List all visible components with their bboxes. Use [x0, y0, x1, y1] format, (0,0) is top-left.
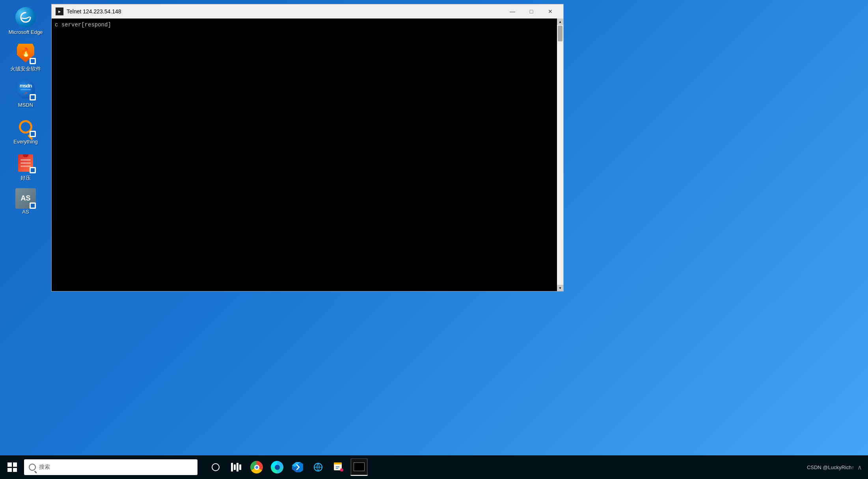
search-placeholder: 搜索	[39, 464, 50, 471]
svg-point-4	[340, 468, 343, 472]
terminal-icon	[56, 7, 63, 15]
desktop-icon-edge[interactable]: Microsoft Edge	[4, 4, 47, 39]
terminal-text: c server[respond]	[55, 22, 111, 28]
edge-label: Microsoft Edge	[9, 29, 43, 35]
snap-bar-4	[239, 464, 241, 470]
everything-label: Everything	[13, 139, 37, 145]
terminal-content[interactable]: c server[respond]	[52, 19, 563, 31]
hooya-label: 好压	[20, 175, 31, 181]
maximize-button[interactable]: □	[522, 6, 540, 17]
start-grid-cell-2	[13, 462, 17, 467]
start-grid-cell-4	[13, 468, 17, 472]
scrollbar-track	[557, 25, 563, 285]
network-icon	[312, 461, 324, 473]
desktop-icon-hooya[interactable]: 好压	[4, 150, 47, 184]
start-grid-cell-3	[7, 468, 12, 472]
network-button[interactable]	[309, 459, 327, 476]
hooya-icon-img	[15, 153, 36, 173]
360-browser-button[interactable]	[268, 459, 286, 476]
desktop-icon-everything[interactable]: Everything	[4, 113, 47, 148]
window-titlebar: Telnet 124.223.54.148 — □ ✕	[52, 4, 563, 19]
taskbar: 搜索	[0, 455, 868, 479]
taskview-circle	[212, 463, 220, 471]
csdn-badge: CSDN @LuckyRich↑	[807, 464, 854, 470]
chrome-button[interactable]	[248, 459, 265, 476]
msdn-label: MSDN	[18, 102, 33, 108]
taskview-icon	[210, 463, 221, 472]
fire-security-label: 火绒安全软件	[10, 66, 41, 72]
telnet-window[interactable]: Telnet 124.223.54.148 — □ ✕ c server[res…	[51, 4, 564, 291]
snap-bar-1	[231, 463, 233, 472]
scroll-up-arrow[interactable]: ▲	[557, 19, 563, 25]
vscode-button[interactable]	[289, 459, 306, 476]
scrollbar-thumb[interactable]	[558, 26, 563, 41]
svg-rect-3	[334, 462, 342, 464]
terminal-screen	[354, 462, 365, 471]
msdn-icon-img: msdn ↗	[15, 80, 36, 100]
chevron-up-icon[interactable]: ∧	[857, 464, 862, 471]
terminal-button[interactable]	[350, 459, 368, 476]
chrome-icon	[250, 461, 263, 473]
desktop-icon-sidebar: Microsoft Edge 🔥 火绒安全软件	[0, 0, 51, 455]
search-icon	[29, 464, 36, 471]
edge-icon-img	[15, 7, 36, 28]
paint-button[interactable]	[330, 459, 347, 476]
terminal-taskbar-icon	[351, 459, 367, 475]
taskview-button[interactable]	[207, 459, 224, 476]
desktop-icon-fire-security[interactable]: 🔥 火绒安全软件	[4, 41, 47, 75]
scroll-down-arrow[interactable]: ▼	[557, 285, 563, 291]
desktop-icon-msdn[interactable]: msdn ↗ MSDN	[4, 77, 47, 111]
search-bar[interactable]: 搜索	[24, 459, 197, 475]
taskbar-right: CSDN @LuckyRich↑ ∧	[807, 464, 866, 471]
desktop: Microsoft Edge 🔥 火绒安全软件	[0, 0, 868, 455]
minimize-button[interactable]: —	[503, 6, 522, 17]
snap-bar-2	[234, 464, 236, 470]
snap-bar-3	[237, 463, 238, 472]
snap-icon	[231, 463, 241, 472]
everything-icon-img	[15, 117, 36, 137]
as-label: AS	[22, 209, 29, 215]
scrollbar[interactable]: ▲ ▼	[557, 19, 563, 291]
360-icon	[271, 461, 283, 473]
start-icon	[7, 462, 17, 472]
close-button[interactable]: ✕	[541, 6, 559, 17]
vscode-icon	[291, 461, 304, 473]
start-grid-cell-1	[7, 462, 12, 467]
360-inner	[275, 465, 280, 470]
fire-security-icon-img: 🔥	[15, 44, 36, 64]
paint-icon	[332, 461, 345, 473]
window-controls: — □ ✕	[503, 6, 559, 17]
window-title: Telnet 124.223.54.148	[67, 8, 503, 15]
chrome-inner-circle	[254, 465, 259, 470]
snap-button[interactable]	[227, 459, 245, 476]
start-button[interactable]	[2, 457, 22, 477]
taskbar-icons	[207, 459, 368, 476]
csdn-text: CSDN @LuckyRich↑	[807, 464, 854, 470]
